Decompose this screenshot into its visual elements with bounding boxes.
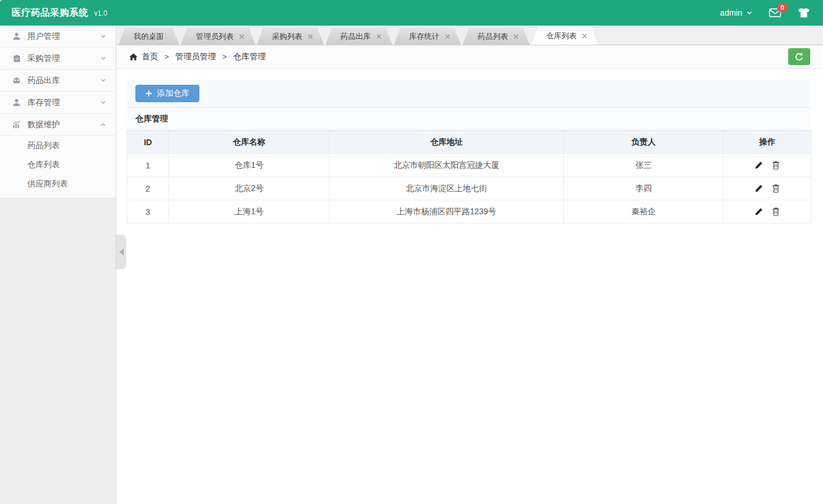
sidebar-item-label: 库存管理	[27, 98, 60, 108]
content-area: 添加仓库 仓库管理 ID 仓库名称 仓库地址 负责人 操作	[116, 69, 823, 504]
admin-username: admin	[720, 8, 742, 17]
sidebar-item-user-management[interactable]: 用户管理	[0, 26, 116, 48]
caret-down-icon	[746, 10, 753, 16]
close-icon[interactable]	[445, 34, 450, 39]
message-count-badge: 0	[777, 3, 788, 12]
warehouse-panel: 添加仓库 仓库管理 ID 仓库名称 仓库地址 负责人 操作	[127, 80, 811, 224]
tab-warehouse-list[interactable]: 仓库列表	[531, 27, 598, 45]
tab-label: 药品列表	[478, 31, 508, 42]
table-header-row: ID 仓库名称 仓库地址 负责人 操作	[127, 131, 811, 154]
trash-icon[interactable]	[772, 161, 780, 170]
cell-address: 北京市朝阳区太阳宫冠捷大厦	[330, 154, 564, 177]
close-icon[interactable]	[307, 34, 313, 39]
tab-label: 采购列表	[272, 31, 302, 42]
panel-title: 仓库管理	[127, 107, 811, 131]
edit-icon[interactable]	[754, 184, 763, 193]
user-icon	[12, 98, 22, 107]
sidebar-collapse-handle[interactable]	[116, 235, 126, 269]
sidebar-item-purchase-management[interactable]: 采购管理	[0, 48, 116, 70]
collapse-left-icon	[119, 249, 124, 255]
refresh-button[interactable]	[788, 48, 810, 65]
chevron-down-icon	[100, 99, 106, 106]
close-icon[interactable]	[582, 33, 588, 39]
sidebar-item-inventory-management[interactable]: 库存管理	[0, 92, 116, 114]
tab-strip: 我的桌面 管理员列表 采购列表 药品出库 库存统计 药品列表	[116, 26, 823, 45]
cell-address: 北京市海淀区上地七街	[330, 177, 564, 200]
chevron-up-icon	[100, 121, 106, 128]
col-header-name: 仓库名称	[169, 131, 330, 154]
tab-purchase-list[interactable]: 采购列表	[257, 28, 324, 45]
add-warehouse-button[interactable]: 添加仓库	[135, 85, 199, 102]
sidebar-item-drug-outbound[interactable]: 药品出库	[0, 70, 116, 92]
tab-admin-list[interactable]: 管理员列表	[181, 28, 255, 45]
tab-label: 我的桌面	[134, 31, 164, 42]
tab-drug-outbound[interactable]: 药品出库	[325, 28, 392, 45]
home-icon	[129, 53, 138, 61]
cell-name: 仓库1号	[169, 154, 330, 177]
theme-button[interactable]	[797, 8, 810, 18]
col-header-id: ID	[127, 131, 169, 154]
archive-icon	[12, 76, 22, 85]
close-icon[interactable]	[376, 34, 382, 39]
panel-toolbar: 添加仓库	[127, 80, 811, 107]
sidebar-subitem-label: 药品列表	[27, 141, 60, 151]
plus-icon	[145, 90, 152, 97]
tab-label: 库存统计	[409, 31, 439, 42]
trash-icon[interactable]	[772, 207, 780, 216]
row-actions	[724, 184, 810, 193]
col-header-actions: 操作	[724, 131, 811, 154]
sidebar-subitem-warehouse-list[interactable]: 仓库列表	[0, 155, 116, 174]
sidebar-item-label: 数据维护	[27, 120, 60, 130]
clipboard-icon	[12, 54, 22, 63]
top-bar: 医疗药品采购系统 v1.0 admin 0	[0, 0, 823, 26]
chart-icon	[12, 120, 22, 129]
sidebar-subitem-supplier-list[interactable]: 供应商列表	[0, 174, 116, 198]
sidebar-item-label: 药品出库	[27, 75, 60, 86]
close-icon[interactable]	[239, 34, 245, 39]
row-actions	[724, 207, 810, 216]
col-header-address: 仓库地址	[330, 131, 564, 154]
cell-manager: 张三	[563, 154, 723, 177]
sidebar-item-label: 用户管理	[27, 31, 60, 42]
table-row: 1 仓库1号 北京市朝阳区太阳宫冠捷大厦 张三	[127, 154, 811, 177]
tab-label: 药品出库	[341, 31, 371, 42]
breadcrumb-item: 首页	[142, 52, 158, 62]
cell-id: 2	[127, 177, 169, 200]
app-brand: 医疗药品采购系统 v1.0	[12, 7, 108, 19]
breadcrumb-separator: >	[223, 52, 227, 61]
chevron-down-icon	[100, 55, 106, 62]
messages-button[interactable]: 0	[769, 8, 781, 17]
chevron-down-icon	[100, 77, 106, 84]
refresh-icon	[795, 52, 804, 62]
breadcrumb-admin-management[interactable]: 管理员管理	[176, 52, 216, 62]
sidebar-subitem-drug-list[interactable]: 药品列表	[0, 136, 116, 155]
edit-icon[interactable]	[754, 207, 763, 216]
edit-icon[interactable]	[754, 161, 763, 170]
tab-drug-list[interactable]: 药品列表	[463, 28, 529, 45]
cell-name: 上海1号	[169, 200, 330, 224]
tab-inventory-stats[interactable]: 库存统计	[394, 28, 461, 45]
add-warehouse-label: 添加仓库	[157, 88, 189, 99]
cell-address: 上海市杨浦区四平路1239号	[330, 200, 564, 224]
sidebar-item-data-maintenance[interactable]: 数据维护	[0, 114, 116, 136]
breadcrumb-item: 管理员管理	[176, 52, 216, 62]
sidebar-subitem-label: 仓库列表	[27, 160, 60, 170]
cell-id: 3	[127, 200, 169, 224]
breadcrumb-home[interactable]: 首页	[129, 52, 158, 62]
admin-dropdown[interactable]: admin	[720, 8, 753, 17]
tab-label: 仓库列表	[546, 31, 577, 41]
user-icon	[12, 32, 22, 41]
sidebar-subitem-label: 供应商列表	[27, 179, 68, 189]
warehouse-table: ID 仓库名称 仓库地址 负责人 操作 1 仓库1号 北京市朝阳区太阳宫冠捷大厦	[127, 131, 811, 224]
row-actions	[724, 161, 810, 170]
app-title: 医疗药品采购系统	[12, 7, 88, 19]
table-row: 2 北京2号 北京市海淀区上地七街 李四	[127, 177, 811, 200]
shirt-icon	[797, 8, 810, 18]
col-header-manager: 负责人	[563, 131, 723, 154]
close-icon[interactable]	[513, 34, 519, 39]
sidebar-item-label: 采购管理	[27, 53, 60, 64]
tab-my-desktop[interactable]: 我的桌面	[119, 28, 179, 45]
table-row: 3 上海1号 上海市杨浦区四平路1239号 秦裕企	[127, 200, 811, 224]
sidebar-menu: 用户管理 采购管理 药品出库	[0, 26, 116, 199]
trash-icon[interactable]	[772, 184, 780, 193]
